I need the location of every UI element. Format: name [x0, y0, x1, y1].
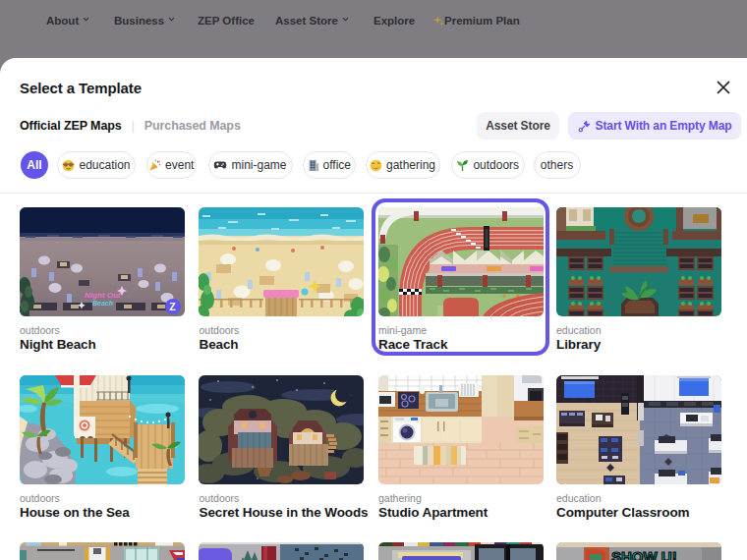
svg-text:Night Out: Night Out: [85, 291, 121, 300]
svg-text:Beach: Beach: [92, 300, 113, 307]
svg-text:Z: Z: [169, 301, 176, 312]
svg-text:SHOW U!: SHOW U!: [611, 548, 677, 560]
